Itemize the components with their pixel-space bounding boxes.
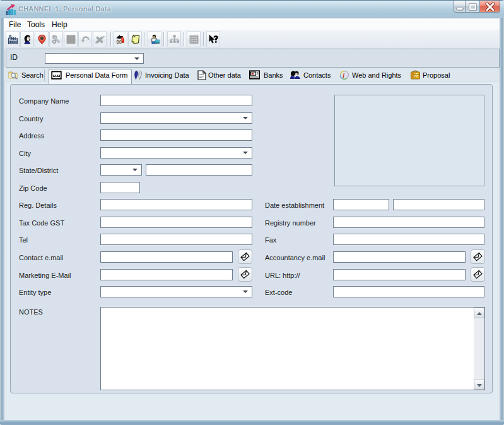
svg-text:i: i bbox=[343, 72, 344, 79]
